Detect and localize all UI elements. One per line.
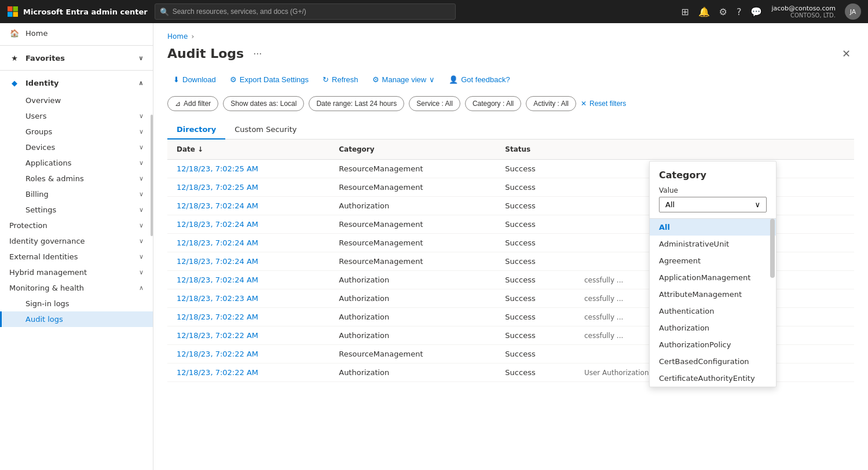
activity-filter-label: Activity : All (533, 100, 569, 108)
category-select[interactable]: All ∨ (659, 197, 767, 212)
col-status[interactable]: Status (496, 139, 575, 160)
row-date[interactable]: 12/18/23, 7:02:22 AM (177, 313, 258, 321)
refresh-label: Refresh (332, 75, 358, 84)
sidebar-item-sign-in-logs[interactable]: Sign-in logs (0, 296, 153, 311)
service-filter-label: Service : All (416, 100, 453, 108)
sidebar-item-favorites[interactable]: ★ Favorites ∨ (0, 48, 153, 68)
portal-icon[interactable]: ⊞ (681, 6, 688, 17)
show-dates-button[interactable]: Show dates as: Local (223, 96, 304, 111)
download-button[interactable]: ⬇ Download (167, 72, 222, 87)
row-date[interactable]: 12/18/23, 7:02:22 AM (177, 331, 258, 340)
sidebar-item-audit-logs[interactable]: Audit logs (0, 311, 153, 327)
sidebar-item-identity[interactable]: ◆ Identity ∧ (0, 73, 153, 93)
row-date[interactable]: 12/18/23, 7:02:22 AM (177, 368, 258, 377)
sidebar-item-groups[interactable]: Groups ∨ (0, 124, 153, 139)
help-icon[interactable]: ? (737, 6, 742, 17)
row-category: ResourceManagement (329, 215, 496, 234)
manage-view-button[interactable]: ⚙ Manage view ∨ (367, 72, 441, 87)
svg-rect-0 (8, 6, 13, 12)
feedback-icon[interactable]: 💬 (750, 6, 762, 17)
category-select-chevron-icon: ∨ (755, 200, 760, 209)
breadcrumb-separator: › (191, 32, 194, 41)
hybrid-management-chevron-icon: ∨ (139, 269, 144, 276)
row-status: Success (496, 178, 575, 197)
close-button[interactable]: ✕ (838, 47, 854, 60)
category-list-item[interactable]: Authentication (650, 303, 776, 320)
identity-governance-chevron-icon: ∨ (139, 237, 144, 245)
protection-chevron-icon: ∨ (139, 222, 144, 229)
row-date[interactable]: 12/18/23, 7:02:25 AM (177, 164, 258, 173)
col-date[interactable]: Date ↓ (167, 139, 329, 160)
row-category: ResourceManagement (329, 252, 496, 271)
category-list-wrapper: AllAdministrativeUnitAgreementApplicatio… (650, 219, 776, 387)
row-date[interactable]: 12/18/23, 7:02:24 AM (177, 238, 258, 247)
sidebar-users-label: Users (25, 112, 46, 120)
sidebar-item-monitoring-health[interactable]: Monitoring & health ∧ (0, 280, 153, 296)
row-date[interactable]: 12/18/23, 7:02:25 AM (177, 183, 258, 192)
tab-custom-security-label: Custom Security (235, 125, 296, 134)
row-date[interactable]: 12/18/23, 7:02:24 AM (177, 201, 258, 210)
row-date[interactable]: 12/18/23, 7:02:24 AM (177, 276, 258, 284)
sidebar-item-protection[interactable]: Protection ∨ (0, 218, 153, 233)
category-list-item[interactable]: AuthorizationPolicy (650, 336, 776, 353)
search-box[interactable]: 🔍 (155, 3, 456, 20)
row-date[interactable]: 12/18/23, 7:02:24 AM (177, 220, 258, 229)
sidebar-external-identities-label: External Identities (9, 252, 78, 261)
feedback-button[interactable]: 👤 Got feedback? (443, 72, 516, 87)
sidebar-protection-label: Protection (9, 221, 47, 230)
sidebar-item-overview[interactable]: Overview (0, 93, 153, 108)
category-dropdown-title: Category (659, 170, 767, 181)
search-input[interactable] (173, 8, 451, 16)
category-scrollbar[interactable] (770, 219, 775, 278)
sidebar-overview-label: Overview (25, 96, 61, 105)
notification-icon[interactable]: 🔔 (698, 6, 710, 17)
category-list-item[interactable]: Authorization (650, 320, 776, 336)
category-list-item[interactable]: CertBasedConfiguration (650, 353, 776, 370)
sidebar-item-hybrid-management[interactable]: Hybrid management ∨ (0, 265, 153, 280)
sidebar-item-devices[interactable]: Devices ∨ (0, 139, 153, 155)
row-date[interactable]: 12/18/23, 7:02:23 AM (177, 294, 258, 303)
breadcrumb-home-link[interactable]: Home (167, 32, 188, 41)
add-filter-button[interactable]: ⊿ Add filter (167, 96, 218, 111)
row-status: Success (496, 160, 575, 178)
feedback-person-icon: 👤 (449, 75, 458, 84)
category-filter-button[interactable]: Category : All (465, 96, 521, 111)
sidebar-item-home[interactable]: 🏠 Home (0, 23, 153, 43)
settings-icon[interactable]: ⚙ (719, 6, 727, 17)
category-list-item[interactable]: ApplicationManagement (650, 269, 776, 286)
toolbar: ⬇ Download ⚙ Export Data Settings ↻ Refr… (167, 72, 854, 87)
row-date[interactable]: 12/18/23, 7:02:24 AM (177, 257, 258, 266)
row-date[interactable]: 12/18/23, 7:02:22 AM (177, 350, 258, 358)
service-filter-button[interactable]: Service : All (409, 96, 460, 111)
applications-chevron-icon: ∨ (139, 159, 144, 167)
sidebar-sign-in-logs-label: Sign-in logs (25, 299, 69, 308)
category-list-item[interactable]: Agreement (650, 252, 776, 269)
export-data-settings-button[interactable]: ⚙ Export Data Settings (224, 72, 314, 87)
sidebar-item-external-identities[interactable]: External Identities ∨ (0, 249, 153, 265)
category-list-item[interactable]: All (650, 219, 776, 236)
avatar[interactable]: JA (845, 3, 861, 20)
date-range-button[interactable]: Date range: Last 24 hours (309, 96, 404, 111)
app-title: Microsoft Entra admin center (23, 8, 148, 16)
tab-directory[interactable]: Directory (167, 120, 225, 139)
refresh-button[interactable]: ↻ Refresh (317, 72, 364, 87)
tab-custom-security[interactable]: Custom Security (225, 120, 306, 139)
col-category[interactable]: Category (329, 139, 496, 160)
sidebar-groups-label: Groups (25, 127, 52, 136)
sidebar-item-billing[interactable]: Billing ∨ (0, 186, 153, 202)
page-menu-button[interactable]: ··· (251, 47, 264, 60)
download-label: Download (182, 75, 216, 84)
sidebar-item-applications[interactable]: Applications ∨ (0, 155, 153, 171)
category-list-item[interactable]: AdministrativeUnit (650, 236, 776, 252)
sidebar-item-settings[interactable]: Settings ∨ (0, 202, 153, 218)
category-list-item[interactable]: AttributeManagement (650, 286, 776, 303)
sidebar-item-users[interactable]: Users ∨ (0, 108, 153, 124)
feedback-label: Got feedback? (461, 75, 510, 84)
activity-filter-button[interactable]: Activity : All (526, 96, 576, 111)
reset-filters-button[interactable]: ✕ Reset filters (581, 100, 626, 108)
manage-view-label: Manage view (382, 75, 427, 84)
groups-chevron-icon: ∨ (139, 128, 144, 135)
category-list-item[interactable]: CertificateAuthorityEntity (650, 370, 776, 387)
sidebar-item-identity-governance[interactable]: Identity governance ∨ (0, 233, 153, 249)
sidebar-item-roles-admins[interactable]: Roles & admins ∨ (0, 171, 153, 186)
